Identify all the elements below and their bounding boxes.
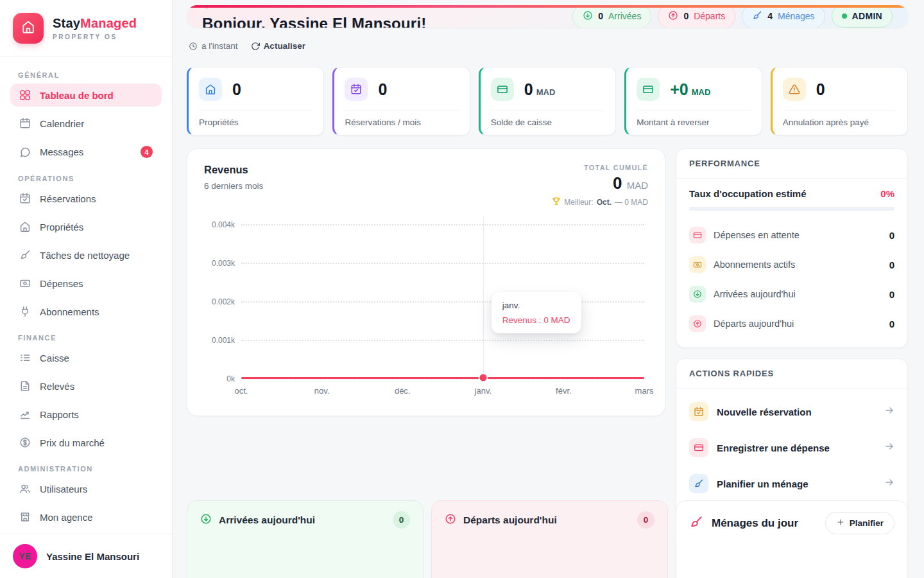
action-nouvelle-reservation[interactable]: Nouvelle réservation xyxy=(689,394,894,430)
home-logo-icon xyxy=(21,20,35,37)
home-icon xyxy=(19,221,31,232)
departures-count-badge: 0 xyxy=(637,511,654,529)
sidebar: StayManaged PROPERTY OS GÉNÉRAL Tableau … xyxy=(0,0,173,578)
action-enregistrer-depense[interactable]: Enregistrer une dépense xyxy=(689,430,894,466)
action-planifier-menage[interactable]: Planifier un ménage xyxy=(689,466,894,502)
greeting-banner: dimanche 29 mars · 16:31 Bonjour, Yassin… xyxy=(187,5,908,28)
stat-value: 0 xyxy=(816,80,825,99)
section-label-administration: ADMINISTRATION xyxy=(18,465,154,473)
arrivals-count-badge: 0 xyxy=(393,511,410,529)
grid-icon xyxy=(19,89,31,101)
chart-icon xyxy=(19,408,31,420)
sidebar-item-tableau-de-bord[interactable]: Tableau de bord xyxy=(10,83,162,107)
broom-icon xyxy=(689,474,708,493)
green-dot-icon xyxy=(842,13,847,19)
arrow-down-circle-icon xyxy=(200,513,212,527)
wallet-icon xyxy=(689,227,706,243)
warning-icon xyxy=(783,78,806,101)
status-badges: 0 Arrivées 0 Départs 4 Ménages ADMIN xyxy=(572,5,893,28)
banknote-icon xyxy=(689,256,706,273)
sidebar-item-abonnements[interactable]: Abonnements xyxy=(10,300,162,323)
today-row: Arrivées aujourd'hui 0 Départs aujourd'h… xyxy=(187,500,908,578)
arrow-up-circle-icon xyxy=(689,315,706,332)
refresh-button[interactable]: Actualiser xyxy=(251,41,305,51)
list-icon xyxy=(19,352,31,363)
arrow-right-icon xyxy=(884,441,894,454)
date-time-separator: · xyxy=(293,5,296,9)
stat-label: Réservations / mois xyxy=(345,118,459,127)
wallet-icon xyxy=(491,78,514,101)
section-label-finance: FINANCE xyxy=(18,334,154,342)
calendar-check-icon xyxy=(689,402,708,421)
sidebar-item-utilisateurs[interactable]: Utilisateurs xyxy=(10,477,162,500)
sidebar-item-calendrier[interactable]: Calendrier xyxy=(10,112,162,135)
section-label-general: GÉNÉRAL xyxy=(18,71,154,79)
total-value: 0 MAD xyxy=(552,173,648,193)
wallet-icon xyxy=(689,438,708,457)
calendar-check-icon xyxy=(345,78,368,101)
sidebar-item-proprietes[interactable]: Propriétés xyxy=(10,215,162,238)
banner-date: dimanche 29 mars xyxy=(217,5,288,9)
chart-subtitle: 6 derniers mois xyxy=(204,181,263,191)
main-content: dimanche 29 mars · 16:31 Bonjour, Yassin… xyxy=(173,0,924,578)
sidebar-item-mon-agence[interactable]: Mon agence xyxy=(10,505,162,529)
sidebar-item-rapports[interactable]: Rapports xyxy=(10,403,162,426)
stat-value: +0MAD xyxy=(670,80,710,99)
avatar: YE xyxy=(13,544,37,568)
app-title: StayManaged xyxy=(53,16,137,31)
occupancy-value: 0% xyxy=(880,188,894,199)
cleanings-badge: 4 Ménages xyxy=(742,5,825,28)
app-tagline: PROPERTY OS xyxy=(53,33,137,40)
user-profile[interactable]: YE Yassine El Mansouri xyxy=(0,534,172,578)
plan-cleaning-button[interactable]: Planifier xyxy=(825,512,894,534)
sidebar-item-depenses[interactable]: Dépenses xyxy=(10,272,162,295)
stat-value: 0 xyxy=(232,80,241,99)
document-icon xyxy=(19,380,31,392)
messages-count-badge: 4 xyxy=(141,146,153,158)
arrow-up-circle-icon xyxy=(668,10,678,22)
metric-depenses-en-attente: Dépenses en attente 0 xyxy=(689,220,894,250)
sidebar-item-reservations[interactable]: Réservations xyxy=(10,187,162,210)
sidebar-item-caisse[interactable]: Caisse xyxy=(10,346,162,369)
banknote-icon xyxy=(19,277,31,289)
occupancy-label: Taux d'occupation estimé xyxy=(689,188,807,199)
metric-departs-aujourdhui: Départs aujourd'hui 0 xyxy=(689,309,894,338)
right-column: PERFORMANCE Taux d'occupation estimé 0% … xyxy=(676,148,908,546)
dashboard-body: Revenus 6 derniers mois TOTAL CUMULÉ 0 M… xyxy=(187,148,908,490)
stat-card-reservations-mois: 0 Réservations / mois xyxy=(332,67,470,136)
stat-card-montant-a-reverser: +0MAD Montant à reverser xyxy=(624,67,762,136)
sidebar-item-releves[interactable]: Relevés xyxy=(10,374,162,398)
sidebar-item-taches-nettoyage[interactable]: Tâches de nettoyage xyxy=(10,243,162,267)
chart-crosshair xyxy=(483,216,484,378)
performance-panel: PERFORMANCE Taux d'occupation estimé 0% … xyxy=(676,148,908,348)
departures-today-card: Départs aujourd'hui 0 xyxy=(431,500,668,578)
stat-value: 0MAD xyxy=(524,80,556,99)
chart-title: Revenus xyxy=(204,164,263,176)
greeting-title: Bonjour, Yassine El Mansouri! xyxy=(202,15,426,28)
occupancy-progress-bar xyxy=(689,207,894,211)
arrow-down-circle-icon xyxy=(689,286,706,302)
plus-icon xyxy=(836,518,845,529)
store-icon xyxy=(19,511,31,523)
broom-icon xyxy=(19,249,31,261)
arrivals-badge: 0 Arrivées xyxy=(572,5,651,28)
stat-label: Montant à reverser xyxy=(637,118,751,127)
chat-icon xyxy=(19,146,31,158)
refresh-icon xyxy=(251,42,260,51)
wallet-icon xyxy=(637,78,660,101)
quick-actions-title: ACTIONS RAPIDES xyxy=(676,359,907,389)
revenue-line-chart[interactable]: 0.004k 0.003k 0.002k 0.001k 0k janv. Rev… xyxy=(204,216,648,405)
metric-arrivees-aujourdhui: Arrivées aujourd'hui 0 xyxy=(689,279,894,309)
arrow-down-circle-icon xyxy=(583,10,593,22)
last-updated: a l'instant xyxy=(189,41,238,51)
stats-row: 0 Propriétés 0 Réservations / mois 0MAD … xyxy=(187,67,908,136)
broom-icon xyxy=(689,515,703,532)
trophy-icon xyxy=(552,197,561,207)
sidebar-item-prix-du-marche[interactable]: Prix du marché xyxy=(10,431,162,454)
cleanings-today-card: Ménages du jour Planifier xyxy=(676,500,908,578)
section-label-operations: OPÉRATIONS xyxy=(18,175,154,182)
stat-value: 0 xyxy=(378,80,387,99)
stat-label: Annulation après payé xyxy=(783,118,897,127)
sidebar-item-messages[interactable]: Messages 4 xyxy=(10,140,162,164)
stat-card-solde-caisse: 0MAD Solde de caisse xyxy=(479,67,616,136)
